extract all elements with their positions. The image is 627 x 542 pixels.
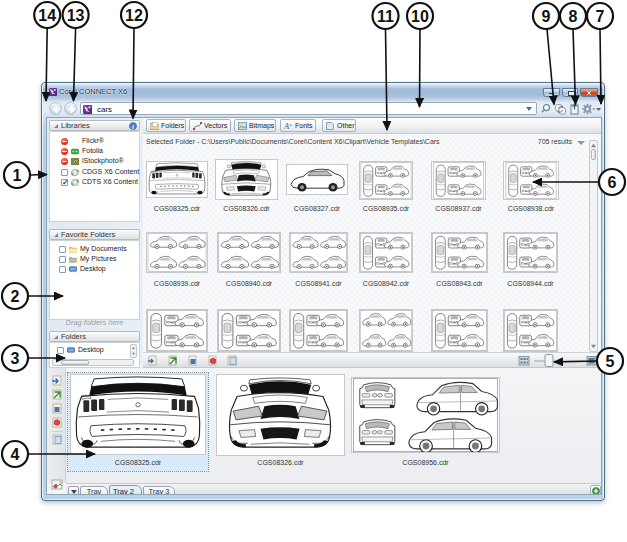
svg-text:14: 14 bbox=[38, 7, 56, 24]
svg-text:5: 5 bbox=[606, 353, 615, 370]
svg-text:12: 12 bbox=[125, 7, 143, 24]
svg-text:9: 9 bbox=[542, 8, 551, 25]
svg-text:3: 3 bbox=[11, 350, 20, 367]
svg-text:7: 7 bbox=[596, 8, 605, 25]
svg-text:6: 6 bbox=[608, 174, 617, 191]
svg-text:4: 4 bbox=[11, 446, 20, 463]
svg-text:8: 8 bbox=[569, 8, 578, 25]
svg-text:13: 13 bbox=[67, 7, 85, 24]
svg-text:i: i bbox=[132, 123, 134, 130]
svg-text:2: 2 bbox=[11, 288, 20, 305]
svg-text:11: 11 bbox=[377, 8, 394, 25]
svg-text:10: 10 bbox=[411, 8, 429, 25]
svg-text:a: a bbox=[290, 122, 293, 127]
svg-text:1: 1 bbox=[13, 167, 22, 184]
